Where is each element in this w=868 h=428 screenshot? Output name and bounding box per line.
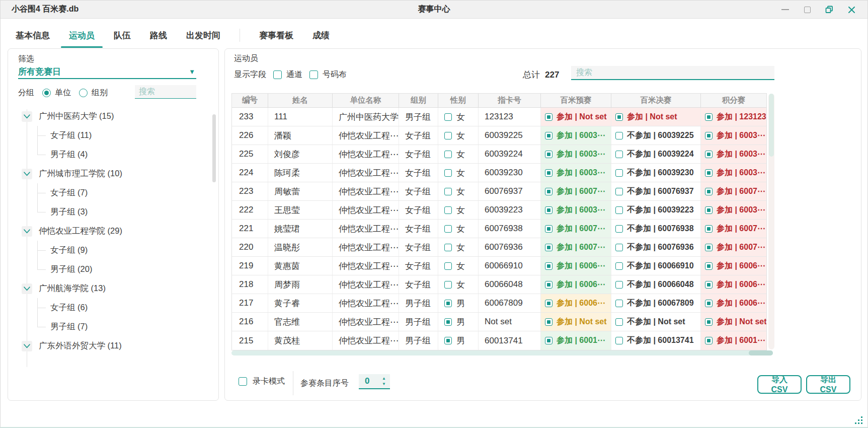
export-csv-button[interactable]: 导出CSV	[806, 375, 850, 394]
table-row[interactable]: 225刘俊彦仲恺农业工程⋯女子组女60039224参加 | 6003⋯不参加 |…	[232, 145, 766, 164]
checkbox-icon[interactable]	[615, 225, 623, 233]
column-header[interactable]: 组别	[399, 94, 438, 107]
checkbox-icon[interactable]	[545, 206, 553, 214]
prelim-cell[interactable]: 参加 | 6001⋯	[541, 331, 611, 350]
tree-group-item[interactable]: 女子组 (11)	[37, 126, 209, 145]
tab-basic-info[interactable]: 基本信息	[16, 27, 50, 44]
table-row[interactable]: 216官志维仲恺农业工程⋯男子组男Not set参加 | Not set不参加 …	[232, 313, 766, 331]
tree-unit-item[interactable]: 广州航海学院 (13)	[8, 279, 209, 298]
gender-cell[interactable]: 女	[438, 201, 479, 219]
checkbox-icon[interactable]	[545, 318, 553, 326]
table-row[interactable]: 221姚莹珺仲恺农业工程⋯女子组女60076938参加 | 6007⋯不参加 |…	[232, 220, 766, 238]
gender-cell[interactable]: 女	[438, 108, 479, 126]
checkbox-icon[interactable]	[615, 318, 623, 326]
tree-group-item[interactable]: 男子组 (20)	[37, 260, 209, 279]
prelim-cell[interactable]: 参加 | 6003⋯	[541, 145, 611, 163]
checkbox-icon[interactable]	[705, 244, 713, 251]
checkbox-icon[interactable]	[444, 281, 452, 289]
group-option-unit[interactable]: 单位	[42, 88, 71, 98]
column-header[interactable]: 百米决赛	[611, 94, 701, 107]
radio-selected-icon[interactable]	[42, 89, 51, 97]
checkbox-icon[interactable]	[444, 169, 452, 177]
checkbox-icon[interactable]	[545, 169, 553, 177]
table-row[interactable]: 218周梦雨仲恺农业工程⋯女子组女60066048参加 | 6006⋯不参加 |…	[232, 275, 766, 294]
column-header[interactable]: 单位名称	[333, 94, 399, 107]
prelim-cell[interactable]: 参加 | 6007⋯	[541, 238, 611, 256]
final-cell[interactable]: 不参加 | 60076937	[611, 182, 701, 200]
gender-cell[interactable]: 女	[438, 182, 479, 200]
prelim-cell[interactable]: 参加 | 6007⋯	[541, 220, 611, 238]
checkbox-icon[interactable]	[705, 151, 713, 158]
checkbox-icon[interactable]	[239, 377, 247, 386]
import-csv-button[interactable]: 导入CSV	[757, 375, 802, 394]
checkbox-icon[interactable]	[444, 300, 452, 307]
table-row[interactable]: 219黄惠茵仲恺农业工程⋯女子组女60066910参加 | 6006⋯不参加 |…	[232, 257, 766, 275]
final-cell[interactable]: 参加 | Not set	[611, 108, 701, 126]
prelim-cell[interactable]: 参加 | 6006⋯	[541, 257, 611, 275]
gender-cell[interactable]: 男	[438, 294, 479, 312]
tree-group-item[interactable]: 男子组 (4)	[37, 145, 209, 164]
checkbox-icon[interactable]	[615, 113, 623, 121]
points-cell[interactable]: 参加 | 6007⋯	[701, 238, 766, 256]
final-cell[interactable]: 不参加 | 60039223	[611, 201, 701, 219]
checkbox-icon[interactable]	[444, 244, 452, 251]
checkbox-icon[interactable]	[705, 206, 713, 214]
checkbox-icon[interactable]	[615, 151, 623, 158]
checkbox-icon[interactable]	[615, 337, 623, 344]
checkbox-icon[interactable]	[545, 151, 553, 158]
checkbox-icon[interactable]	[545, 188, 553, 195]
checkbox-icon[interactable]	[705, 225, 713, 233]
table-horizontal-scrollbar[interactable]	[231, 350, 773, 355]
tree-group-item[interactable]: 男子组 (7)	[37, 317, 209, 336]
points-cell[interactable]: 参加 | 6007⋯	[701, 220, 766, 238]
tree-expander[interactable]	[22, 283, 32, 294]
restore-button[interactable]	[818, 1, 840, 19]
tree-search-input[interactable]	[135, 85, 196, 99]
tree-group-item[interactable]: 女子组 (7)	[37, 183, 209, 202]
points-cell[interactable]: 参加 | 6007⋯	[701, 182, 766, 200]
checkbox-icon[interactable]	[545, 300, 553, 307]
checkbox-icon[interactable]	[444, 318, 452, 326]
tree-expander[interactable]	[22, 169, 32, 179]
prelim-cell[interactable]: 参加 | 6003⋯	[541, 201, 611, 219]
table-row[interactable]: 217黄子睿仲恺农业工程⋯男子组男60067809参加 | 6006⋯不参加 |…	[232, 294, 766, 313]
table-row[interactable]: 222王思莹仲恺农业工程⋯女子组女60039223参加 | 6003⋯不参加 |…	[232, 201, 766, 220]
checkbox-icon[interactable]	[615, 281, 623, 289]
checkbox-icon[interactable]	[615, 132, 623, 139]
column-header[interactable]: 编号	[232, 94, 268, 107]
points-cell[interactable]: 参加 | 6003⋯	[701, 201, 766, 219]
final-cell[interactable]: 不参加 | 60039230	[611, 164, 701, 182]
table-row[interactable]: 226潘颖仲恺农业工程⋯女子组女60039225参加 | 6003⋯不参加 | …	[232, 126, 766, 145]
radio-unselected-icon[interactable]	[79, 89, 88, 97]
checkbox-icon[interactable]	[309, 70, 318, 79]
field-option-bib[interactable]: 号码布	[309, 69, 347, 80]
field-option-channel[interactable]: 通道	[273, 69, 302, 80]
table-row[interactable]: 220温晓彤仲恺农业工程⋯女子组女60076936参加 | 6007⋯不参加 |…	[232, 238, 766, 257]
prelim-cell[interactable]: 参加 | Not set	[541, 313, 611, 331]
tree-scrollbar[interactable]	[212, 114, 216, 182]
tab-routes[interactable]: 路线	[150, 27, 167, 44]
column-header[interactable]: 姓名	[268, 94, 333, 107]
gender-cell[interactable]: 男	[438, 313, 479, 331]
tree-unit-item[interactable]: 广州中医药大学 (15)	[8, 107, 209, 126]
final-cell[interactable]: 不参加 | 60013741	[611, 331, 701, 350]
points-cell[interactable]: 参加 | 6003⋯	[701, 145, 766, 163]
tree-group-item[interactable]: 女子组 (6)	[37, 298, 209, 317]
checkbox-icon[interactable]	[705, 113, 713, 121]
tree-expander[interactable]	[22, 226, 32, 237]
tree-unit-item[interactable]: 广东外语外贸大学 (11)	[8, 336, 209, 355]
points-cell[interactable]: 参加 | 6001⋯	[701, 331, 766, 350]
column-header[interactable]: 性别	[438, 94, 479, 107]
checkbox-icon[interactable]	[444, 337, 452, 344]
checkbox-icon[interactable]	[444, 113, 452, 121]
checkbox-icon[interactable]	[545, 262, 553, 270]
checkbox-icon[interactable]	[444, 188, 452, 195]
table-row[interactable]: 233111广州中医药大学男子组女123123参加 | Not set参加 | …	[232, 108, 766, 126]
final-cell[interactable]: 不参加 | 60066048	[611, 275, 701, 294]
points-cell[interactable]: 参加 | 123123	[701, 108, 766, 126]
checkbox-icon[interactable]	[705, 337, 713, 344]
checkbox-icon[interactable]	[705, 132, 713, 139]
vertical-scrollbar-thumb[interactable]	[769, 94, 774, 157]
checkbox-icon[interactable]	[705, 318, 713, 326]
checkbox-icon[interactable]	[545, 337, 553, 344]
